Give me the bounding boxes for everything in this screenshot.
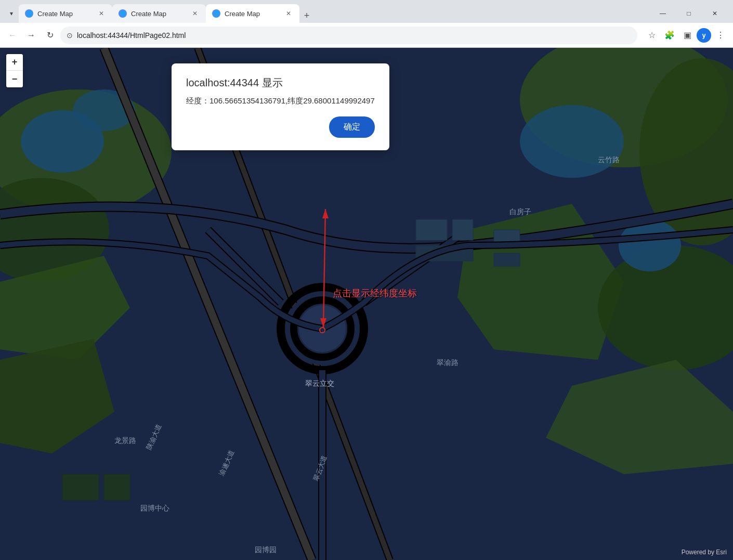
map-container[interactable]: 翠云立交 陕渝大道 渝遂大道 翠云大道 龙景路 翠渝路 云竹路 白房子 园博中心… xyxy=(0,48,733,560)
close-button[interactable]: ✕ xyxy=(703,5,727,22)
bookmark-button[interactable]: ☆ xyxy=(644,27,660,44)
svg-point-12 xyxy=(520,105,624,178)
address-text: localhost:44344/HtmlPage02.html xyxy=(77,31,631,40)
tab-2-title: Create Map xyxy=(131,10,186,18)
new-tab-button[interactable]: + xyxy=(299,8,314,23)
popup-footer: 确定 xyxy=(186,116,375,138)
extensions-button[interactable]: 🧩 xyxy=(661,27,678,44)
svg-rect-39 xyxy=(452,219,473,240)
svg-text:翠云立交: 翠云立交 xyxy=(305,379,334,387)
esri-credit: Powered by Esri xyxy=(682,549,727,556)
menu-button[interactable]: ⋮ xyxy=(712,27,729,44)
address-bar: ← → ↻ ⊙ localhost:44344/HtmlPage02.html … xyxy=(0,23,733,48)
address-input-wrap[interactable]: ⊙ localhost:44344/HtmlPage02.html xyxy=(60,27,637,44)
map-zoom-controls: + − xyxy=(6,54,23,87)
tab-3-favicon: 🌐 xyxy=(212,9,220,18)
svg-rect-42 xyxy=(494,253,520,266)
minimize-button[interactable]: — xyxy=(651,5,675,22)
svg-text:园博园: 园博园 xyxy=(255,545,277,554)
click-marker xyxy=(319,327,325,333)
forward-button[interactable]: → xyxy=(23,27,40,44)
svg-text:云竹路: 云竹路 xyxy=(598,155,620,164)
svg-rect-43 xyxy=(62,474,99,500)
map-click-hint: 点击显示经纬度坐标 xyxy=(333,287,417,299)
tab-1-title: Create Map xyxy=(37,10,93,18)
tab-strip-dropdown[interactable]: ▾ xyxy=(4,6,19,21)
back-button[interactable]: ← xyxy=(4,27,21,44)
refresh-button[interactable]: ↻ xyxy=(42,27,58,44)
sidebar-button[interactable]: ▣ xyxy=(679,27,696,44)
svg-rect-44 xyxy=(104,474,130,500)
tab-2[interactable]: 🌐 Create Map ✕ xyxy=(112,4,206,23)
tab-1-close[interactable]: ✕ xyxy=(97,9,106,18)
tab-1-favicon: 🌐 xyxy=(25,9,33,18)
popup-content: 经度：106.56651354136791,纬度29.6800114999249… xyxy=(186,96,375,106)
tab-2-close[interactable]: ✕ xyxy=(190,9,200,18)
confirm-button[interactable]: 确定 xyxy=(329,116,375,138)
tab-3[interactable]: 🌐 Create Map ✕ xyxy=(206,4,299,23)
security-icon: ⊙ xyxy=(67,31,73,40)
tab-1[interactable]: 🌐 Create Map ✕ xyxy=(19,4,112,23)
svg-text:白房子: 白房子 xyxy=(509,207,531,216)
svg-text:翠渝路: 翠渝路 xyxy=(437,358,459,367)
popup-title: localhost:44344 显示 xyxy=(186,76,375,90)
zoom-in-button[interactable]: + xyxy=(6,54,23,71)
map-popup: localhost:44344 显示 经度：106.56651354136791… xyxy=(172,63,389,150)
zoom-out-button[interactable]: − xyxy=(6,71,23,87)
profile-button[interactable]: y xyxy=(697,28,711,43)
maximize-button[interactable]: □ xyxy=(677,5,701,22)
tab-2-favicon: 🌐 xyxy=(119,9,127,18)
svg-rect-38 xyxy=(416,219,447,240)
tab-3-title: Create Map xyxy=(225,10,280,18)
svg-text:园博中心: 园博中心 xyxy=(140,504,169,512)
svg-text:龙景路: 龙景路 xyxy=(114,436,136,445)
tab-3-close[interactable]: ✕ xyxy=(284,9,293,18)
